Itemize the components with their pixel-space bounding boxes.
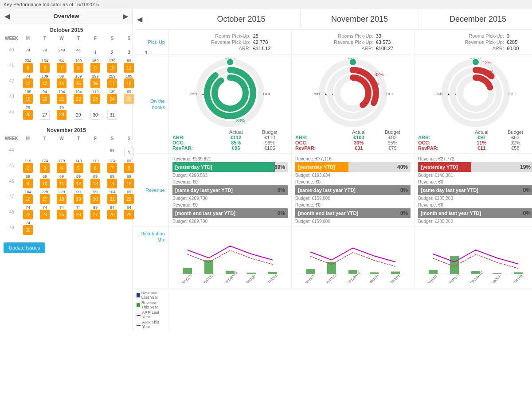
- calendar-day[interactable]: 6429: [121, 204, 137, 220]
- dist-chart-2: DIRECTINDIRECTCORPORATEGROUPOTHERS: [418, 230, 532, 283]
- calendar-day[interactable]: 9920: [87, 189, 104, 204]
- calendar-day[interactable]: 7430: [20, 220, 36, 235]
- calendar-day[interactable]: 8912: [70, 173, 87, 189]
- update-issues-button[interactable]: Update Issues: [4, 242, 45, 253]
- calendar-day[interactable]: 8914: [53, 73, 70, 89]
- calendar-day[interactable]: 699: [20, 173, 36, 189]
- calendar-day[interactable]: 7424: [36, 204, 53, 220]
- calendar-day: [20, 142, 36, 158]
- calendar-day[interactable]: 10918: [121, 73, 137, 89]
- calendar-day[interactable]: 1098: [70, 58, 87, 73]
- svg-text:▪: ▪: [209, 92, 211, 96]
- rev-label-2: Revenue Pick-Up:: [419, 39, 506, 45]
- calendar-day[interactable]: 1: [87, 42, 104, 58]
- arr-val-1: €108.27: [376, 46, 410, 51]
- gauge-2: 154%12%19%RevPAROCCARR▲▪: [418, 58, 532, 129]
- calendar-day[interactable]: 10421: [53, 89, 70, 104]
- calendar-day[interactable]: 9919: [70, 189, 87, 204]
- bar3-container-0: [month end last year YTD] 0%: [172, 208, 288, 218]
- calendar-day[interactable]: 22918: [53, 189, 70, 204]
- budget3-2: Budget: €285,200: [418, 219, 532, 224]
- week-number: 49: [4, 220, 20, 235]
- week-number: 46: [4, 173, 20, 189]
- calendar-day[interactable]: 10913: [36, 73, 53, 89]
- calendar-day[interactable]: 6925: [121, 89, 137, 104]
- next-arrow[interactable]: ▶: [123, 12, 128, 20]
- svg-text:▲: ▲: [324, 92, 328, 96]
- calendar-day[interactable]: 1794: [53, 158, 70, 173]
- calendar-day[interactable]: 7423: [20, 204, 36, 220]
- rev2-line-0: Revenue: €0: [172, 180, 288, 184]
- calendar-day[interactable]: 647: [53, 58, 70, 73]
- calendar-day[interactable]: 3: [121, 42, 137, 58]
- calendar-day[interactable]: 8927: [87, 204, 104, 220]
- wed-header: W: [53, 35, 70, 42]
- svg-text:GROUP: GROUP: [490, 274, 502, 283]
- calendar-day[interactable]: 25917: [104, 73, 121, 89]
- month-header-2: December 2015: [419, 9, 532, 29]
- calendar-day[interactable]: 13915: [70, 73, 87, 89]
- month-header-0: October 2015: [182, 9, 300, 29]
- calendar-day: [53, 142, 70, 158]
- calendar-day[interactable]: 1699: [87, 58, 104, 73]
- rev-line-2: Revenue: €27,772: [418, 156, 532, 161]
- calendar-day[interactable]: 19916: [87, 73, 104, 89]
- calendar-day[interactable]: 1: [121, 142, 137, 158]
- calendar-day[interactable]: 1247: [104, 158, 121, 173]
- months-prev-arrow[interactable]: ◀: [137, 15, 142, 23]
- rooms-label-0: Rooms Pick-Up:: [173, 33, 252, 39]
- calendar-day[interactable]: 6910: [36, 173, 53, 189]
- calendar-day[interactable]: 1196: [87, 158, 104, 173]
- calendar-day[interactable]: 4: [137, 42, 154, 58]
- calendar-day[interactable]: 9428: [104, 204, 121, 220]
- calendar-day[interactable]: 31: [104, 104, 121, 120]
- calendar-day[interactable]: 29: [70, 104, 87, 120]
- occ-actual: 85%: [220, 140, 252, 145]
- calendar-day[interactable]: 6915: [121, 173, 137, 189]
- calendar-day[interactable]: 6911: [53, 173, 70, 189]
- calendar-day[interactable]: 1192: [20, 158, 36, 173]
- svg-text:125%: 125%: [347, 58, 359, 59]
- calendar-day: [121, 104, 137, 120]
- svg-text:RevPAR: RevPAR: [313, 92, 320, 96]
- calendar-day[interactable]: 2345: [20, 58, 36, 73]
- calendar-day[interactable]: 1495: [70, 158, 87, 173]
- calendar-day[interactable]: 7426: [70, 204, 87, 220]
- calendar-day[interactable]: 10919: [20, 89, 36, 104]
- budget3-0: Budget: €269,700: [172, 219, 288, 224]
- calendar-day[interactable]: 10421: [104, 189, 121, 204]
- prev-arrow[interactable]: ◀: [4, 12, 10, 20]
- calendar-day[interactable]: 6913: [87, 173, 104, 189]
- svg-text:OCC: OCC: [386, 92, 393, 96]
- bar1-container-1: [yesterday YTD] 40%: [295, 162, 411, 172]
- svg-text:GROUP: GROUP: [368, 274, 379, 283]
- calendar-day[interactable]: 11923: [87, 89, 104, 104]
- bar3-container-1: [month end last year YTD] 0%: [295, 208, 411, 218]
- calendar-day[interactable]: 7928: [53, 104, 70, 120]
- calendar-day[interactable]: 17910: [104, 58, 121, 73]
- calendar-day[interactable]: 22917: [36, 189, 53, 204]
- calendar-day[interactable]: 9420: [36, 89, 53, 104]
- calendar-day[interactable]: 8911: [121, 58, 137, 73]
- calendar-day[interactable]: 1743: [36, 158, 53, 173]
- calendar-day[interactable]: 18416: [20, 189, 36, 204]
- budget-header: Budget: [375, 129, 411, 135]
- calendar-day[interactable]: 2: [104, 42, 121, 58]
- calendar-day[interactable]: 7412: [20, 73, 36, 89]
- calendar-day[interactable]: 10422: [70, 89, 87, 104]
- calendar-day[interactable]: 30: [87, 104, 104, 120]
- calendar-day[interactable]: 6922: [121, 189, 137, 204]
- svg-text:90%: 90%: [233, 111, 242, 116]
- calendar-day[interactable]: 7926: [20, 104, 36, 120]
- calendar-day[interactable]: 6914: [104, 173, 121, 189]
- svg-text:19%: 19%: [485, 70, 493, 74]
- gauge-1: 125%32%39%RevPAROCCARR▲▪: [295, 58, 411, 129]
- calendar-day[interactable]: 1346: [36, 58, 53, 73]
- calendar-day[interactable]: 698: [121, 158, 137, 173]
- calendar-day[interactable]: 13924: [104, 89, 121, 104]
- gauge-0: 102%89%90%RevPAROCCARR▲▪: [172, 58, 288, 129]
- calendar-day[interactable]: 7425: [53, 204, 70, 220]
- rev3-line-1: Revenue: €0: [295, 203, 411, 207]
- svg-text:89%: 89%: [236, 118, 245, 123]
- calendar-day[interactable]: 27: [36, 104, 53, 120]
